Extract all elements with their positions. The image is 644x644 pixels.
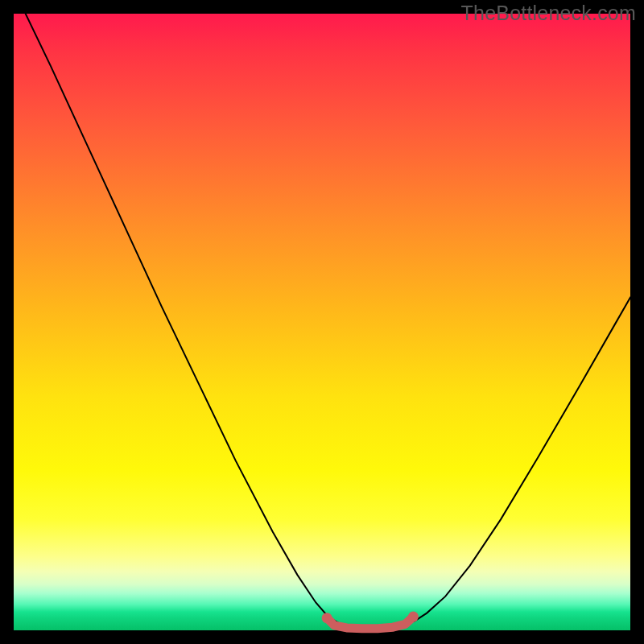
chart-frame: TheBottleneck.com xyxy=(0,0,644,644)
main-curve xyxy=(14,0,630,627)
marker-dot-left xyxy=(322,613,332,623)
flat-region-marker xyxy=(327,617,413,629)
chart-overlay xyxy=(14,14,630,630)
marker-dot-right xyxy=(408,612,419,622)
